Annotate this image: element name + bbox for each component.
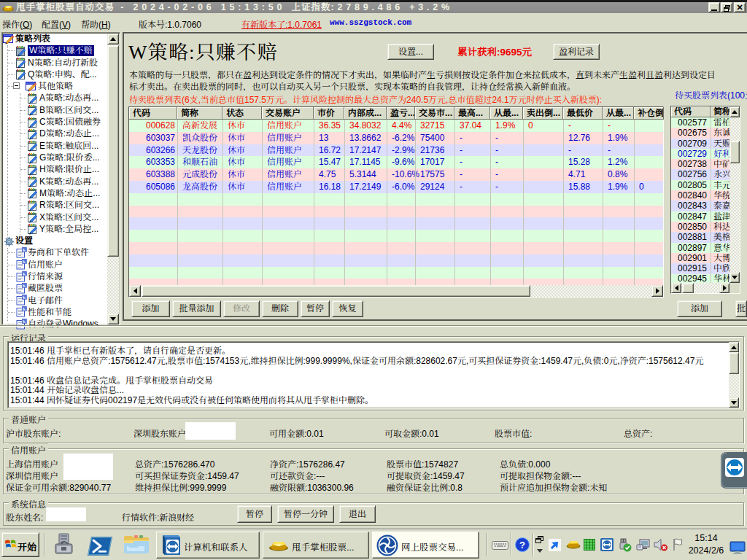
svg-text:?: ? — [519, 540, 525, 551]
